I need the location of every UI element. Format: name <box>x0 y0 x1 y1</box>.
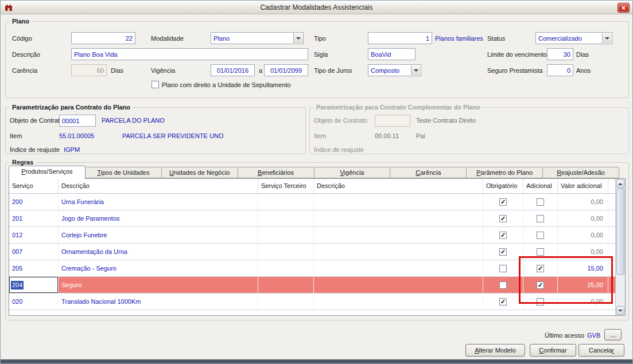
cell-servico-terceiro[interactable] <box>258 210 314 226</box>
adicional-checkbox[interactable] <box>537 198 544 206</box>
alterar-modelo-button[interactable]: Alterar Modelo <box>465 344 525 357</box>
obrigatorio-checkbox[interactable]: ✓ <box>499 232 507 239</box>
adicional-checkbox[interactable]: ✓ <box>537 265 544 272</box>
cell-valor-adicional[interactable]: 15,00 <box>558 260 608 276</box>
confirmar-button[interactable]: Confirmar <box>530 344 576 357</box>
table-row[interactable]: 205Cremação - Seguro✓15,00 <box>9 260 615 277</box>
tab-parametro-do-plano[interactable]: Parâmetro do Plano <box>467 167 543 178</box>
column-header-4[interactable]: Descrição <box>314 179 483 193</box>
cell-obrigatorio[interactable]: ✓ <box>483 227 523 243</box>
cell-obrigatorio[interactable]: ✓ <box>483 244 523 260</box>
cell-valor-adicional[interactable]: 0,00 <box>558 244 608 260</box>
table-row[interactable]: 007Ornamentação da Urna✓0,00 <box>9 244 615 260</box>
table-row[interactable]: 020Translado Nacional 1000Km✓0,00 <box>9 293 615 310</box>
cell-obrigatorio[interactable] <box>483 260 523 276</box>
tab-vigencia[interactable]: Vigência <box>314 167 391 178</box>
scroll-up-button[interactable] <box>616 179 624 188</box>
table-row[interactable]: 201Jogo de Paramentos✓0,00 <box>9 210 615 227</box>
cell-servico-terceiro[interactable] <box>258 260 314 276</box>
cell-servico[interactable]: 007 <box>9 244 59 260</box>
column-header-2[interactable]: Descrição <box>59 179 258 193</box>
vigencia-inicio-input[interactable]: 01/01/2016 <box>211 64 255 76</box>
cell-servico[interactable]: 201 <box>9 210 59 226</box>
cell-descricao[interactable]: Seguro <box>59 277 258 293</box>
cell-descricao[interactable]: Jogo de Paramentos <box>59 210 258 226</box>
close-button[interactable]: × <box>618 3 630 13</box>
cell-valor-adicional[interactable]: 0,00 <box>558 194 608 210</box>
tab-tipos-de-unidades[interactable]: Tipos de Unidades <box>86 167 162 178</box>
cell-valor-adicional[interactable]: 0,00 <box>558 227 608 243</box>
cell-adicional[interactable]: ✓ <box>523 260 558 276</box>
scroll-down-button[interactable] <box>616 306 624 315</box>
modalidade-select[interactable]: Plano <box>211 32 304 44</box>
cell-valor-adicional[interactable]: 0,00 <box>558 210 608 226</box>
sigla-input[interactable]: BoaVid <box>368 48 415 60</box>
cell-servico-terceiro[interactable] <box>258 227 314 243</box>
cell-descricao-terceiro[interactable] <box>314 227 483 243</box>
cell-obrigatorio[interactable]: ✓ <box>483 194 523 210</box>
adicional-checkbox[interactable] <box>537 232 544 239</box>
cell-adicional[interactable] <box>523 293 558 310</box>
obrigatorio-checkbox[interactable]: ✓ <box>499 248 507 256</box>
cell-adicional[interactable] <box>523 210 558 226</box>
vigencia-fim-input[interactable]: 01/01/2099 <box>264 64 308 76</box>
column-header-5[interactable]: Obrigatório <box>483 179 523 193</box>
sepultamento-checkbox[interactable] <box>152 81 159 88</box>
adicional-checkbox[interactable]: ✓ <box>537 281 544 289</box>
cell-servico[interactable]: 020 <box>9 293 59 310</box>
tab-beneficiarios[interactable]: Beneficiários <box>238 167 314 178</box>
column-header-3[interactable]: Serviço Terceiro <box>258 179 314 193</box>
cancelar-button[interactable]: Cancelar <box>578 344 624 357</box>
adicional-checkbox[interactable] <box>537 298 544 306</box>
cell-adicional[interactable]: ✓ <box>523 277 558 293</box>
cell-servico[interactable]: 204 <box>9 277 59 293</box>
cell-adicional[interactable] <box>523 227 558 243</box>
cell-servico[interactable]: 200 <box>9 194 59 210</box>
cell-descricao[interactable]: Translado Nacional 1000Km <box>59 293 258 310</box>
table-row[interactable]: 204Seguro✓25,00 <box>9 277 615 293</box>
cell-descricao[interactable]: Ornamentação da Urna <box>59 244 258 260</box>
objeto-contrato-input[interactable]: 00001 <box>59 115 96 127</box>
more-button[interactable]: ... <box>604 329 622 340</box>
cell-valor-adicional[interactable]: 0,00 <box>558 293 608 310</box>
cell-servico-terceiro[interactable] <box>258 194 314 210</box>
titlebar[interactable]: Cadastrar Modalidades Assistenciais × <box>1 1 632 14</box>
seguro-prestamista-input[interactable]: 0 <box>547 64 573 76</box>
cell-adicional[interactable] <box>523 194 558 210</box>
tab-carencia[interactable]: Carência <box>390 167 467 178</box>
cell-descricao[interactable]: Urna Funerária <box>59 194 258 210</box>
descricao-input[interactable]: Plano Boa Vida <box>71 48 308 60</box>
cell-servico[interactable]: 205 <box>9 260 59 276</box>
cell-servico-terceiro[interactable] <box>258 244 314 260</box>
obrigatorio-checkbox[interactable]: ✓ <box>499 298 507 306</box>
adicional-checkbox[interactable] <box>537 248 544 256</box>
obrigatorio-checkbox[interactable] <box>499 281 507 289</box>
cell-obrigatorio[interactable] <box>483 277 523 293</box>
cell-descricao-terceiro[interactable] <box>314 194 483 210</box>
cell-descricao-terceiro[interactable] <box>314 293 483 310</box>
obrigatorio-checkbox[interactable]: ✓ <box>499 198 507 206</box>
cell-obrigatorio[interactable]: ✓ <box>483 210 523 226</box>
cell-descricao-terceiro[interactable] <box>314 244 483 260</box>
obrigatorio-checkbox[interactable]: ✓ <box>499 215 507 222</box>
cell-servico[interactable]: 012 <box>9 227 59 243</box>
cell-obrigatorio[interactable]: ✓ <box>483 293 523 310</box>
tipo-juros-select[interactable]: Composto <box>368 64 421 76</box>
cell-descricao-terceiro[interactable] <box>314 277 483 293</box>
vertical-scrollbar[interactable] <box>615 179 625 315</box>
cell-descricao-terceiro[interactable] <box>314 210 483 226</box>
cell-descricao[interactable]: Cremação - Seguro <box>59 260 258 276</box>
tab-unidades-de-negocio[interactable]: Unidades de Negócio <box>162 167 238 178</box>
table-row[interactable]: 012Cortejo Funebre✓0,00 <box>9 227 615 244</box>
adicional-checkbox[interactable] <box>537 215 544 222</box>
cell-descricao-terceiro[interactable] <box>314 260 483 276</box>
carencia-input[interactable]: 60 <box>71 64 107 76</box>
tab-produtos-servicos[interactable]: Produtos/Serviços <box>9 166 86 179</box>
scrollbar-thumb[interactable] <box>616 189 624 275</box>
column-header-1[interactable]: Serviço <box>9 179 59 193</box>
cell-adicional[interactable] <box>523 244 558 260</box>
cell-valor-adicional[interactable]: 25,00 <box>558 277 608 293</box>
cell-descricao[interactable]: Cortejo Funebre <box>59 227 258 243</box>
column-header-7[interactable]: Valor adicional <box>558 179 608 193</box>
obrigatorio-checkbox[interactable] <box>499 265 507 272</box>
